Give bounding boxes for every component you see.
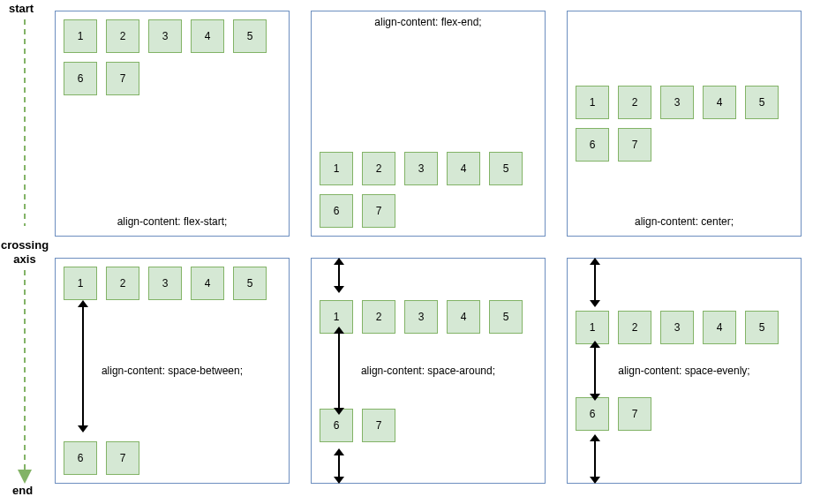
- flex-item: 2: [106, 19, 139, 53]
- axis-mid-label: crossing axis: [0, 238, 49, 266]
- flex-item: 5: [233, 19, 267, 53]
- flex-item: 7: [618, 397, 651, 431]
- flex-item: 3: [660, 86, 694, 119]
- flex-item: 6: [576, 397, 609, 431]
- flex-item: 1: [64, 267, 97, 300]
- flex-item: 6: [320, 194, 353, 228]
- demo-space-between: 1234567align-content: space-between;: [55, 258, 290, 484]
- flex-item: 4: [191, 267, 224, 300]
- flex-item: 1: [576, 311, 609, 344]
- crossing-axis-indicator: start crossing axis end: [0, 0, 49, 504]
- flex-item: 6: [64, 441, 97, 475]
- demo-space-around: 1234567align-content: space-around;: [311, 258, 546, 484]
- flex-item: 7: [362, 409, 395, 442]
- flex-item: 7: [106, 441, 139, 475]
- flex-item: 5: [489, 152, 523, 185]
- flex-item: 1: [576, 86, 609, 119]
- flex-item: 5: [745, 311, 779, 344]
- flex-item: 1: [64, 19, 97, 53]
- flex-item: 3: [404, 300, 438, 334]
- flex-item: 3: [404, 152, 438, 185]
- flex-item: 2: [618, 311, 651, 344]
- demo-flex-end: 1234567align-content: flex-end;: [311, 11, 546, 237]
- flex-item: 7: [618, 128, 651, 162]
- flex-item: 2: [618, 86, 651, 119]
- flex-item: 7: [362, 194, 395, 228]
- axis-end-label: end: [12, 484, 33, 497]
- flex-area: 1234567: [311, 258, 546, 484]
- flex-item: 4: [191, 19, 224, 53]
- flex-item: 6: [576, 128, 609, 162]
- flex-item: 6: [320, 409, 353, 442]
- flex-item: 3: [660, 311, 694, 344]
- flex-item: 3: [148, 267, 182, 300]
- flex-item: 4: [703, 311, 736, 344]
- flex-item: 4: [703, 86, 736, 119]
- demo-grid: 1234567align-content: flex-start;1234567…: [55, 11, 805, 484]
- flex-item: 5: [489, 300, 523, 334]
- flex-item: 4: [447, 300, 480, 334]
- flex-item: 5: [233, 267, 267, 300]
- flex-item: 1: [320, 300, 353, 334]
- flex-item: 2: [106, 267, 139, 300]
- flex-item: 2: [362, 300, 395, 334]
- flex-area: 1234567: [567, 258, 802, 484]
- demo-flex-start: 1234567align-content: flex-start;: [55, 11, 290, 237]
- flex-item: 1: [320, 152, 353, 185]
- flex-area: 1234567: [55, 258, 290, 484]
- flex-item: 4: [447, 152, 480, 185]
- flex-area: 1234567: [55, 11, 290, 237]
- flex-area: 1234567: [567, 11, 802, 237]
- flex-item: 3: [148, 19, 182, 53]
- flex-item: 2: [362, 152, 395, 185]
- flex-area: 1234567: [311, 11, 546, 237]
- flex-item: 7: [106, 62, 139, 95]
- axis-start-label: start: [9, 2, 34, 15]
- demo-center: 1234567align-content: center;: [567, 11, 802, 237]
- flex-item: 6: [64, 62, 97, 95]
- demo-space-evenly: 1234567align-content: space-evenly;: [567, 258, 802, 484]
- flex-item: 5: [745, 86, 779, 119]
